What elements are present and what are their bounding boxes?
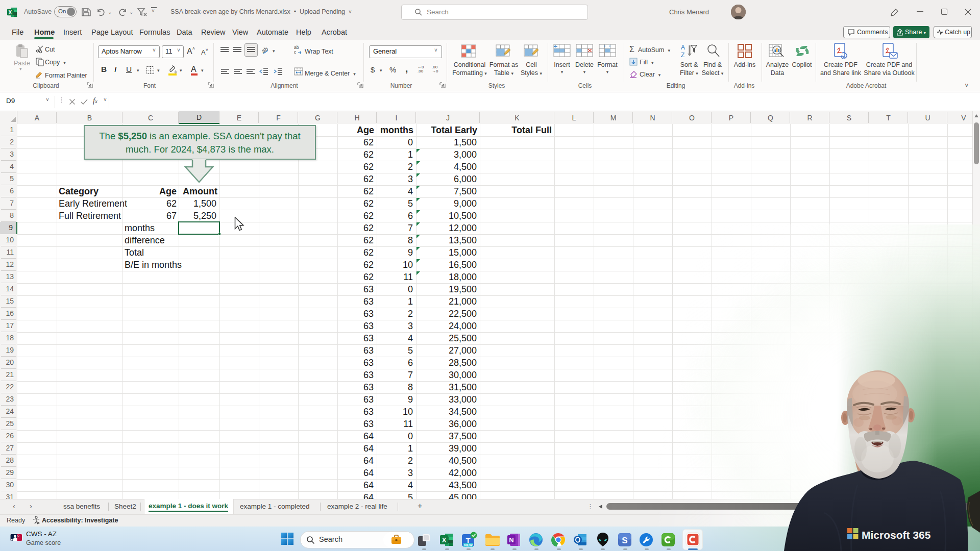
svg-text:Microsoft 365: Microsoft 365 [862,529,931,541]
svg-text:c: c [294,49,297,55]
svg-text:S: S [622,536,627,545]
svg-text:N: N [509,536,513,544]
svg-text:X: X [9,10,12,15]
svg-text:X: X [442,536,447,544]
svg-text:A: A [681,44,685,51]
svg-text:NEW: NEW [464,543,473,547]
svg-text:Z: Z [681,52,684,59]
svg-text:ab: ab [261,46,269,54]
